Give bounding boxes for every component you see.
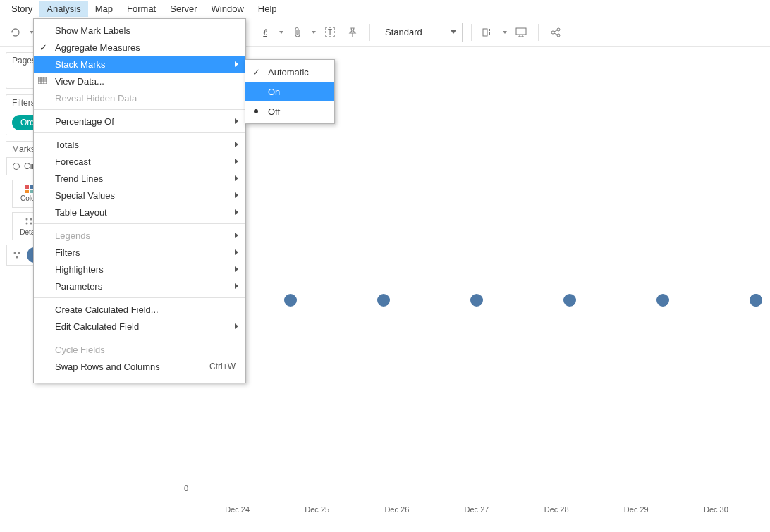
x-tick: Dec 27 bbox=[436, 505, 516, 525]
arrow-right-icon bbox=[235, 175, 238, 181]
menu-server[interactable]: Server bbox=[163, 1, 204, 17]
attach-caret-icon[interactable] bbox=[312, 31, 316, 34]
menu-item-label: Create Calculated Field... bbox=[55, 304, 159, 315]
format-underline-icon[interactable]: ℓ bbox=[257, 24, 274, 41]
pin-icon[interactable] bbox=[344, 24, 361, 41]
menu-item[interactable]: Forecast bbox=[34, 153, 245, 170]
attach-icon[interactable] bbox=[289, 24, 306, 41]
arrow-right-icon bbox=[235, 192, 238, 198]
svg-rect-2 bbox=[489, 32, 490, 35]
menu-story[interactable]: Story bbox=[4, 1, 39, 17]
toolbar-sep bbox=[471, 24, 472, 41]
cards-caret-icon[interactable] bbox=[503, 31, 507, 34]
menu-analysis[interactable]: Analysis bbox=[39, 1, 87, 17]
plot-area bbox=[197, 103, 756, 497]
arrow-right-icon bbox=[235, 142, 238, 147]
menu-item[interactable]: Totals bbox=[34, 136, 245, 153]
menu-item[interactable]: Create Calculated Field... bbox=[34, 301, 245, 318]
menu-item-label: Trend Lines bbox=[55, 173, 103, 184]
menu-item[interactable]: Trend Lines bbox=[34, 170, 245, 187]
y-tick: 0 bbox=[184, 484, 188, 493]
svg-rect-17 bbox=[38, 77, 47, 84]
menu-item-label: Table Layout bbox=[55, 207, 107, 218]
menu-item-label: Parameters bbox=[55, 281, 102, 292]
svg-rect-3 bbox=[516, 28, 526, 35]
arrow-right-icon bbox=[235, 323, 238, 329]
menu-item[interactable]: Table Layout bbox=[34, 204, 245, 221]
circle-icon bbox=[13, 163, 20, 170]
menu-item[interactable]: ✓Aggregate Measures bbox=[34, 39, 245, 56]
svg-point-5 bbox=[557, 28, 560, 31]
menu-separator bbox=[34, 132, 245, 133]
data-point[interactable] bbox=[563, 294, 576, 307]
submenu-item[interactable]: On bbox=[245, 82, 334, 101]
menu-separator bbox=[34, 338, 245, 338]
submenu-item[interactable]: ✓Automatic bbox=[245, 62, 334, 82]
menu-item[interactable]: Highlighters bbox=[34, 261, 245, 278]
data-point[interactable] bbox=[470, 294, 483, 307]
menu-format[interactable]: Format bbox=[120, 1, 163, 17]
analysis-menu: Show Mark Labels✓Aggregate MeasuresStack… bbox=[33, 18, 246, 383]
caret-down-icon bbox=[451, 30, 456, 34]
arrow-right-icon bbox=[235, 118, 238, 124]
svg-point-6 bbox=[557, 34, 560, 37]
menu-item-label: Stack Marks bbox=[55, 59, 106, 70]
text-box-icon[interactable]: T bbox=[322, 24, 338, 41]
submenu-item-label: Automatic bbox=[268, 67, 309, 78]
x-tick: Dec 26 bbox=[357, 505, 436, 525]
svg-point-10 bbox=[30, 218, 32, 220]
toolbar-sep bbox=[538, 24, 539, 41]
presentation-icon[interactable] bbox=[513, 24, 530, 41]
menu-item[interactable]: Parameters bbox=[34, 278, 245, 295]
data-point[interactable] bbox=[377, 294, 390, 307]
menubar: Story Analysis Map Format Server Window … bbox=[0, 0, 770, 18]
menu-item-label: View Data... bbox=[55, 76, 104, 87]
menu-item: Cycle Fields bbox=[34, 341, 245, 358]
menu-help[interactable]: Help bbox=[251, 1, 284, 17]
x-axis: Dec 24Dec 25Dec 26Dec 27Dec 28Dec 29Dec … bbox=[197, 505, 756, 525]
viz-canvas[interactable]: 0 Dec 24Dec 25Dec 26Dec 27Dec 28Dec 29De… bbox=[155, 96, 763, 525]
refresh-icon[interactable] bbox=[7, 24, 24, 41]
menu-item: Reveal Hidden Data bbox=[34, 89, 245, 106]
grid-icon bbox=[38, 77, 47, 85]
menu-item: Legends bbox=[34, 227, 245, 244]
svg-point-9 bbox=[26, 218, 28, 220]
menu-item-label: Show Mark Labels bbox=[55, 25, 130, 36]
data-point[interactable] bbox=[750, 294, 762, 307]
data-point[interactable] bbox=[656, 294, 669, 307]
arrow-right-icon bbox=[235, 249, 238, 255]
fit-dropdown-label: Standard bbox=[385, 27, 422, 37]
menu-separator bbox=[34, 297, 245, 298]
menu-window[interactable]: Window bbox=[204, 1, 251, 17]
menu-item[interactable]: Edit Calculated Field bbox=[34, 318, 245, 335]
menu-item-label: Special Values bbox=[55, 190, 115, 201]
fit-dropdown[interactable]: Standard bbox=[379, 23, 463, 42]
arrow-right-icon bbox=[235, 159, 238, 164]
data-point[interactable] bbox=[284, 294, 297, 307]
color-icon bbox=[25, 185, 33, 193]
submenu-item[interactable]: Off bbox=[245, 101, 334, 121]
x-tick: Dec 28 bbox=[517, 505, 597, 525]
radio-icon bbox=[254, 109, 258, 113]
format-caret-icon[interactable] bbox=[279, 31, 283, 34]
menu-item[interactable]: View Data... bbox=[34, 73, 245, 89]
menu-item-label: Edit Calculated Field bbox=[55, 321, 139, 332]
menu-item[interactable]: Special Values bbox=[34, 187, 245, 204]
menu-item-label: Swap Rows and Columns bbox=[55, 361, 160, 372]
svg-point-14 bbox=[14, 252, 16, 254]
menu-item[interactable]: Percentage Of bbox=[34, 113, 245, 130]
menu-item-label: Filters bbox=[55, 247, 80, 258]
share-icon[interactable] bbox=[547, 24, 564, 41]
menu-item[interactable]: Filters bbox=[34, 244, 245, 261]
menu-item[interactable]: Swap Rows and ColumnsCtrl+W bbox=[34, 358, 245, 375]
show-cards-icon[interactable] bbox=[480, 24, 497, 41]
menu-item[interactable]: Show Mark Labels bbox=[34, 22, 245, 39]
svg-rect-1 bbox=[489, 29, 490, 31]
submenu-item-label: Off bbox=[268, 106, 280, 117]
arrow-right-icon bbox=[235, 233, 238, 238]
menu-map[interactable]: Map bbox=[88, 1, 120, 17]
arrow-right-icon bbox=[235, 283, 238, 289]
arrow-right-icon bbox=[235, 61, 238, 67]
svg-point-16 bbox=[16, 256, 18, 258]
menu-item[interactable]: Stack Marks bbox=[34, 56, 245, 73]
